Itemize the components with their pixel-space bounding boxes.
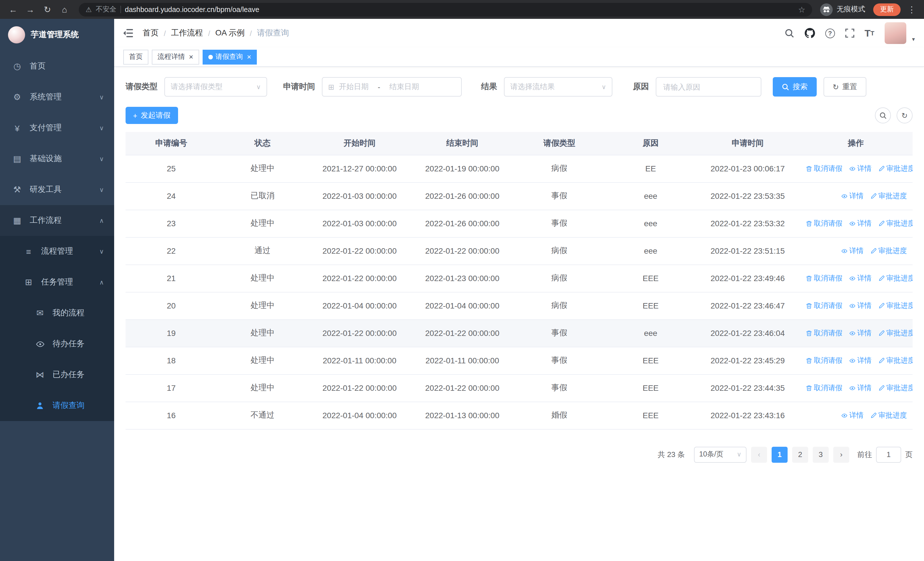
user-avatar[interactable] [885,22,906,44]
result-select[interactable]: 请选择流结果 ∨ [504,77,612,96]
detail-link[interactable]: 详情 [841,411,864,420]
browser-home-icon[interactable]: ⌂ [57,2,72,17]
close-icon[interactable]: × [189,53,193,60]
progress-link[interactable]: 审批进度 [878,164,913,173]
eye-icon [841,248,848,254]
sidebar-item-payment-mgmt[interactable]: ¥ 支付管理 ∨ [0,113,114,143]
detail-link[interactable]: 详情 [849,383,872,393]
column-header-request-id: 申请编号 [126,132,217,155]
tab-label: 请假查询 [216,52,243,62]
reload-icon[interactable]: ↻ [40,2,55,17]
sidebar-item-todo-tasks[interactable]: 待办任务 [0,328,114,359]
start-date-input[interactable]: 开始日期 [339,82,369,92]
apply-time-cell: 2022-01-23 00:06:17 [696,155,799,182]
close-icon[interactable]: × [247,53,251,60]
cancel-leave-link[interactable]: 取消请假 [806,164,842,173]
sidebar-item-task-mgmt[interactable]: ⊞ 任务管理 ∧ [0,267,114,298]
back-icon[interactable]: ← [6,2,21,17]
sidebar-item-infrastructure[interactable]: ▤ 基础设施 ∨ [0,143,114,174]
refresh-table-icon[interactable]: ↻ [897,107,913,123]
search-icon[interactable] [785,28,795,38]
progress-link[interactable]: 审批进度 [878,218,913,228]
cancel-leave-link[interactable]: 取消请假 [806,301,842,310]
progress-link[interactable]: 审批进度 [878,356,913,365]
update-button[interactable]: 更新 [873,3,901,16]
bookmark-star-icon[interactable]: ☆ [798,5,805,14]
toggle-search-icon[interactable] [875,107,891,123]
progress-link[interactable]: 审批进度 [878,328,913,338]
cancel-leave-link[interactable]: 取消请假 [806,218,842,228]
delete-icon [806,385,812,391]
leave-table: 申请编号 状态 开始时间 结束时间 请假类型 原因 申请时间 操作 25处理中2… [126,132,913,429]
cancel-leave-link[interactable]: 取消请假 [806,383,842,393]
cancel-leave-link[interactable]: 取消请假 [806,328,842,338]
sidebar-item-process-mgmt[interactable]: ≡ 流程管理 ∨ [0,236,114,267]
gear-icon: ⚙ [10,92,24,102]
page-button-1[interactable]: 1 [772,447,788,462]
tab-home[interactable]: 首页 [123,50,148,64]
cancel-leave-link[interactable]: 取消请假 [806,356,842,365]
end-time-cell: 2022-01-22 00:00:00 [411,374,514,402]
detail-link[interactable]: 详情 [849,218,872,228]
tab-process-detail[interactable]: 流程详情 × [152,50,199,64]
browser-menu-icon[interactable]: ⋮ [905,4,918,15]
page-button-2[interactable]: 2 [792,447,808,462]
page-size-select[interactable]: 10条/页 ∨ [694,447,747,462]
page-button-3[interactable]: 3 [813,447,829,462]
start-time-cell: 2022-01-11 00:00:00 [308,347,411,374]
sidebar-item-done-tasks[interactable]: ⋈ 已办任务 [0,359,114,390]
detail-link[interactable]: 详情 [841,246,864,256]
detail-link[interactable]: 详情 [841,191,864,201]
sidebar-collapse-icon[interactable] [123,29,134,38]
github-icon[interactable] [805,28,815,38]
goto-page-input[interactable] [876,447,901,462]
breadcrumb-oa-example[interactable]: OA 示例 [216,28,245,38]
progress-link[interactable]: 审批进度 [878,301,913,310]
incognito-label: 无痕模式 [837,5,865,14]
sidebar-item-system-mgmt[interactable]: ⚙ 系统管理 ∨ [0,82,114,113]
page-content: 请假类型 请选择请假类型 ∨ 申请时间 ⊞ 开始日期 - 结束日期 结果 请选择… [114,67,924,561]
create-leave-button[interactable]: + 发起请假 [126,107,178,124]
prev-page-button[interactable]: ‹ [751,447,767,462]
progress-link[interactable]: 审批进度 [878,273,913,283]
sidebar-item-leave-query[interactable]: 请假查询 [0,390,114,421]
detail-link[interactable]: 详情 [849,356,872,365]
sidebar-item-dev-tools[interactable]: ⚒ 研发工具 ∨ [0,174,114,205]
next-page-button[interactable]: › [833,447,849,462]
progress-link[interactable]: 审批进度 [878,383,913,393]
breadcrumb-home[interactable]: 首页 [142,28,159,38]
logo-avatar-image [8,26,25,44]
search-button[interactable]: 搜索 [773,77,817,96]
detail-link[interactable]: 详情 [849,328,872,338]
help-icon[interactable]: ? [825,28,835,38]
leave-type-cell: 病假 [514,237,605,265]
sidebar-item-my-process[interactable]: ✉ 我的流程 [0,298,114,328]
update-label: 更新 [880,5,894,14]
detail-link[interactable]: 详情 [849,273,872,283]
end-time-cell: 2022-01-22 00:00:00 [411,237,514,265]
cancel-leave-link[interactable]: 取消请假 [806,273,842,283]
sidebar-item-home[interactable]: ◷ 首页 [0,51,114,82]
sidebar-item-workflow[interactable]: ▦ 工作流程 ∧ [0,205,114,236]
progress-link[interactable]: 审批进度 [870,411,907,420]
reason-input[interactable] [656,77,761,96]
forward-icon[interactable]: → [23,2,38,17]
apply-time-range-picker[interactable]: ⊞ 开始日期 - 结束日期 [322,77,462,96]
plus-icon: + [133,111,137,120]
progress-link[interactable]: 审批进度 [870,246,907,256]
tab-leave-query[interactable]: 请假查询 × [202,50,257,64]
security-label[interactable]: 不安全 [96,5,116,14]
reset-button[interactable]: ↻ 重置 [824,77,866,96]
eye-icon [849,357,855,364]
fullscreen-icon[interactable] [845,29,854,38]
chevron-down-icon[interactable]: ▾ [912,36,915,44]
breadcrumb-workflow[interactable]: 工作流程 [171,28,203,38]
url-text[interactable]: dashboard.yudao.iocoder.cn/bpm/oa/leave [125,5,794,14]
leave-type-select[interactable]: 请选择请假类型 ∨ [164,77,267,96]
font-size-icon[interactable]: TT [865,28,874,38]
address-bar[interactable]: ⚠ 不安全 dashboard.yudao.iocoder.cn/bpm/oa/… [79,3,812,16]
progress-link[interactable]: 审批进度 [870,191,907,201]
end-date-input[interactable]: 结束日期 [390,82,419,92]
detail-link[interactable]: 详情 [849,164,872,173]
detail-link[interactable]: 详情 [849,301,872,310]
